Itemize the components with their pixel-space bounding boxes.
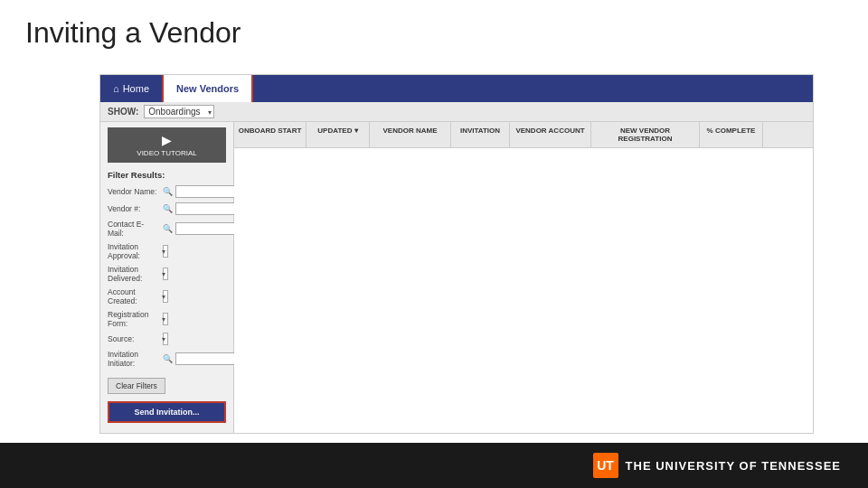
- th-onboard-start: ONBOARD START: [234, 122, 307, 147]
- invitation-initiator-label: Invitation Initiator:: [108, 350, 160, 368]
- contact-email-row: Contact E-Mail: 🔍: [108, 220, 226, 238]
- account-created-dropdown[interactable]: [163, 290, 168, 303]
- send-invitation-button[interactable]: Send Invitation...: [108, 401, 226, 423]
- page-title: Inviting a Vendor: [0, 0, 868, 59]
- invitation-approval-dropdown[interactable]: [163, 245, 168, 258]
- home-icon: ⌂: [113, 83, 119, 94]
- ut-logo-text: THE UNIVERSITY OF TENNESSEE: [626, 459, 841, 473]
- account-created-label: Account Created:: [108, 287, 160, 305]
- home-label: Home: [123, 83, 149, 94]
- main-body: ▶ VIDEO TUTORIAL Filter Results: Vendor …: [100, 122, 813, 433]
- vendor-id-search-icon: 🔍: [163, 204, 173, 213]
- clear-filters-button[interactable]: Clear Filters: [108, 378, 165, 394]
- th-new-vendor-registration: NEW VENDOR REGISTRATION: [591, 122, 700, 147]
- source-row: Source:: [108, 333, 226, 345]
- video-icon: ▶: [162, 133, 172, 147]
- table-area: ONBOARD START UPDATED ▾ VENDOR NAME INVI…: [234, 122, 813, 433]
- top-nav: ⌂ Home New Vendors: [100, 75, 813, 102]
- new-vendors-label: New Vendors: [176, 83, 239, 94]
- invitation-approval-dropdown-wrapper: [163, 245, 168, 258]
- home-button[interactable]: ⌂ Home: [100, 75, 162, 102]
- show-dropdown-wrapper: Onboardings: [144, 105, 214, 118]
- th-updated[interactable]: UPDATED ▾: [307, 122, 370, 147]
- th-invitation: INVITATION: [451, 122, 510, 147]
- invitation-approval-row: Invitation Approval:: [108, 242, 226, 260]
- vendor-name-label: Vendor Name:: [108, 187, 160, 196]
- table-body: [234, 148, 813, 433]
- invitation-approval-label: Invitation Approval:: [108, 242, 160, 260]
- source-dropdown[interactable]: [163, 333, 168, 345]
- ut-logo-icon: UT: [593, 453, 618, 478]
- new-vendors-button[interactable]: New Vendors: [162, 75, 253, 102]
- th-vendor-account: VENDOR ACCOUNT: [510, 122, 591, 147]
- source-dropdown-wrapper: [163, 333, 168, 345]
- ut-logo: UT THE UNIVERSITY OF TENNESSEE: [593, 453, 841, 478]
- invitation-initiator-row: Invitation Initiator: 🔍: [108, 350, 226, 368]
- show-dropdown[interactable]: Onboardings: [144, 105, 214, 118]
- source-label: Source:: [108, 334, 160, 343]
- video-tutorial-label: VIDEO TUTORIAL: [137, 149, 196, 157]
- registration-form-dropdown[interactable]: [163, 313, 168, 325]
- invitation-delivered-dropdown[interactable]: [163, 267, 168, 280]
- video-tutorial-box[interactable]: ▶ VIDEO TUTORIAL: [108, 127, 226, 163]
- th-vendor-name: VENDOR NAME: [370, 122, 451, 147]
- table-header: ONBOARD START UPDATED ▾ VENDOR NAME INVI…: [234, 122, 813, 148]
- show-bar: SHOW: Onboardings: [100, 102, 813, 122]
- th-percent-complete: % COMPLETE: [700, 122, 763, 147]
- vendor-id-label: Vendor #:: [108, 204, 160, 213]
- registration-form-label: Registration Form:: [108, 310, 160, 328]
- registration-form-dropdown-wrapper: [163, 313, 168, 325]
- invitation-delivered-row: Invitation Delivered:: [108, 265, 226, 283]
- content-area: ⌂ Home New Vendors SHOW: Onboardings ▶ V…: [99, 74, 814, 434]
- account-created-row: Account Created:: [108, 287, 226, 305]
- contact-email-search-icon: 🔍: [163, 224, 173, 233]
- invitation-initiator-search-icon: 🔍: [163, 354, 173, 363]
- show-label: SHOW:: [108, 107, 138, 117]
- invitation-delivered-dropdown-wrapper: [163, 267, 168, 280]
- vendor-id-row: Vendor #: 🔍: [108, 202, 226, 215]
- filter-results-label: Filter Results:: [108, 170, 226, 180]
- vendor-name-row: Vendor Name: 🔍: [108, 185, 226, 198]
- invitation-delivered-label: Invitation Delivered:: [108, 265, 160, 283]
- registration-form-row: Registration Form:: [108, 310, 226, 328]
- contact-email-label: Contact E-Mail:: [108, 220, 160, 238]
- bottom-bar: UT THE UNIVERSITY OF TENNESSEE: [0, 443, 868, 488]
- sidebar: ▶ VIDEO TUTORIAL Filter Results: Vendor …: [100, 122, 234, 433]
- account-created-dropdown-wrapper: [163, 290, 168, 303]
- vendor-name-search-icon: 🔍: [163, 187, 173, 196]
